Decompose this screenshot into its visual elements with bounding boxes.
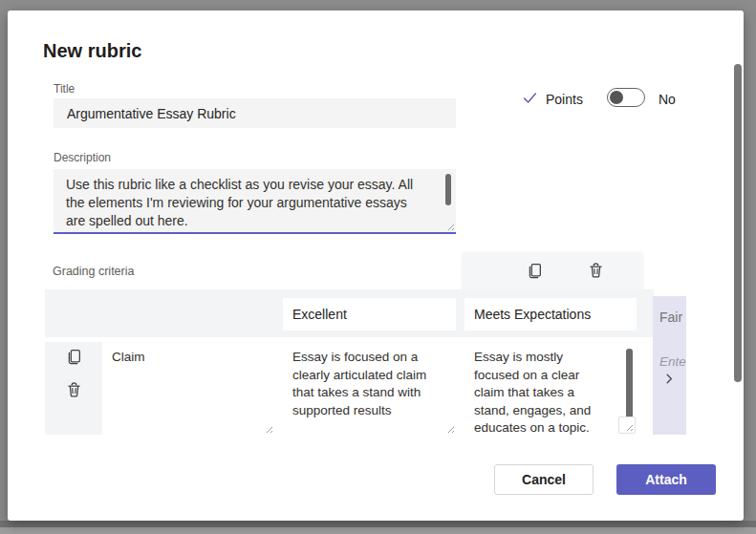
copy-icon[interactable] <box>527 263 543 279</box>
description-text: Use this rubric like a checklist as you … <box>54 169 456 230</box>
cell-resize-grip[interactable] <box>624 422 633 431</box>
points-label: Points <box>546 92 583 107</box>
description-field-label: Description <box>54 151 111 164</box>
cell-scrollbar[interactable] <box>626 349 633 418</box>
criterion-title-cell[interactable]: Claim <box>102 342 274 435</box>
new-rubric-dialog: New rubric Title Points No Description U… <box>8 11 744 521</box>
criterion-cell-excellent[interactable]: Essay is focused on a clearly articulate… <box>283 342 456 435</box>
copy-icon[interactable] <box>66 349 82 365</box>
points-toggle-state: No <box>659 92 676 107</box>
check-icon <box>522 90 538 106</box>
column-actions-toolbar <box>462 253 643 289</box>
toggle-knob <box>610 91 623 104</box>
criterion-title-text: Claim <box>102 342 274 367</box>
backdrop-edge-light <box>0 527 756 534</box>
backdrop-edge-dark <box>0 521 756 527</box>
points-toggle[interactable] <box>607 88 645 107</box>
cell-resize-grip[interactable] <box>264 424 272 433</box>
dialog-title: New rubric <box>43 40 141 62</box>
criterion-text-excellent: Essay is focused on a clearly articulate… <box>283 342 456 419</box>
column-title-input-excellent[interactable] <box>283 298 456 331</box>
trash-icon[interactable] <box>66 382 82 398</box>
cell-resize-grip-box <box>618 417 636 434</box>
trash-icon[interactable] <box>588 263 604 279</box>
cell-resize-grip[interactable] <box>445 424 454 433</box>
column-title-input-meets-expectations[interactable] <box>464 298 637 331</box>
description-textarea[interactable]: Use this rubric like a checklist as you … <box>54 169 456 234</box>
grading-criteria-label: Grading criteria <box>53 265 134 278</box>
dialog-scrollbar[interactable] <box>734 64 742 382</box>
chevron-right-icon[interactable] <box>662 372 677 386</box>
fair-cell-placeholder: Enter <box>659 354 686 369</box>
column-title-fair: Fair <box>659 310 682 325</box>
overflow-column-fair: Fair Enter <box>653 296 686 435</box>
title-field-label: Title <box>54 82 75 96</box>
row-actions-gutter <box>45 342 102 435</box>
criterion-cell-meets-expectations[interactable]: Essay is mostly focused on a clear claim… <box>464 342 637 435</box>
title-input[interactable] <box>54 98 456 128</box>
column-header-row <box>45 289 654 337</box>
cancel-button[interactable]: Cancel <box>494 464 594 495</box>
description-scrollbar[interactable] <box>445 174 451 205</box>
criterion-text-meets-expectations: Essay is mostly focused on a clear claim… <box>464 342 637 438</box>
attach-button[interactable]: Attach <box>616 464 716 495</box>
